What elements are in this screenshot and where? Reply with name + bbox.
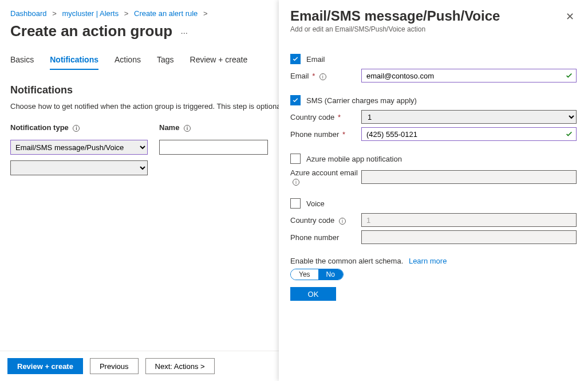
voice-country-label: Country code <box>290 216 334 225</box>
info-icon[interactable]: i <box>293 179 299 186</box>
ok-button[interactable]: OK <box>290 287 336 301</box>
review-create-button[interactable]: Review + create <box>7 358 83 374</box>
tab-review[interactable]: Review + create <box>190 52 248 70</box>
info-icon[interactable]: i <box>319 73 326 80</box>
side-panel: Email/SMS message/Push/Voice Add or edit… <box>279 0 588 381</box>
sms-checkbox[interactable] <box>290 95 301 105</box>
schema-label: Enable the common alert schema. <box>290 257 403 265</box>
tab-basics[interactable]: Basics <box>10 52 34 70</box>
email-input[interactable] <box>361 69 577 83</box>
tab-tags[interactable]: Tags <box>157 52 174 70</box>
toggle-no[interactable]: No <box>318 269 343 280</box>
sms-country-code-select[interactable]: 1 <box>361 110 577 124</box>
tab-notifications[interactable]: Notifications <box>50 52 98 70</box>
col-name: Name <box>159 123 179 132</box>
tab-actions[interactable]: Actions <box>115 52 141 70</box>
sms-checkbox-label: SMS (Carrier charges may apply) <box>306 96 417 105</box>
close-icon[interactable]: ✕ <box>563 8 577 25</box>
col-notification-type: Notification type <box>10 123 69 132</box>
voice-country-input <box>361 213 577 227</box>
sms-phone-input[interactable] <box>361 127 577 141</box>
voice-phone-label: Phone number <box>290 233 339 242</box>
breadcrumb-create-rule[interactable]: Create an alert rule <box>134 9 198 18</box>
voice-checkbox[interactable] <box>290 198 301 209</box>
learn-more-link[interactable]: Learn more <box>409 257 447 265</box>
info-icon[interactable]: i <box>339 218 346 225</box>
page-title: Create an action group <box>10 22 172 40</box>
sms-country-label: Country code <box>290 113 334 121</box>
schema-toggle[interactable]: Yes No <box>290 269 344 280</box>
sms-phone-label: Phone number <box>290 130 339 139</box>
email-checkbox-label: Email <box>306 55 325 64</box>
email-checkbox[interactable] <box>290 54 301 64</box>
voice-phone-input <box>361 230 577 244</box>
push-email-input <box>361 170 577 184</box>
toggle-yes[interactable]: Yes <box>291 269 318 280</box>
info-icon[interactable]: i <box>184 125 191 132</box>
previous-button[interactable]: Previous <box>90 358 139 374</box>
next-actions-button[interactable]: Next: Actions > <box>145 358 215 374</box>
valid-icon <box>565 130 573 138</box>
notification-name-input[interactable] <box>159 140 268 155</box>
valid-icon <box>565 72 573 80</box>
notification-type-select[interactable]: Email/SMS message/Push/Voice <box>10 140 148 155</box>
breadcrumb-dashboard[interactable]: Dashboard <box>10 9 47 18</box>
page-more-icon[interactable]: … <box>180 27 188 36</box>
notification-type-select-empty[interactable] <box>10 160 148 175</box>
push-checkbox-label: Azure mobile app notification <box>306 155 402 163</box>
panel-title: Email/SMS message/Push/Voice <box>290 8 500 24</box>
panel-subtitle: Add or edit an Email/SMS/Push/Voice acti… <box>290 25 500 33</box>
info-icon[interactable]: i <box>73 125 80 132</box>
push-email-label: Azure account email <box>290 168 358 177</box>
push-checkbox[interactable] <box>290 154 301 164</box>
email-label: Email <box>290 72 309 80</box>
voice-checkbox-label: Voice <box>306 199 325 208</box>
breadcrumb-cluster[interactable]: mycluster | Alerts <box>62 9 119 18</box>
